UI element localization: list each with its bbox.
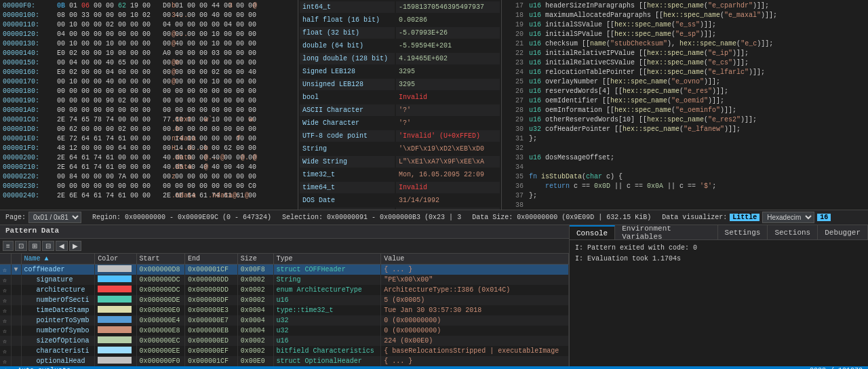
- code-row: 33 u16 dosMessageOffset;: [502, 153, 868, 163]
- tab-debugger[interactable]: Debugger: [818, 225, 868, 239]
- code-row: 37 };: [502, 191, 868, 201]
- info-row: DOS Time 03:14:62: [300, 208, 500, 210]
- col-name[interactable]: Name ▲: [21, 254, 95, 265]
- pattern-toolbar-btn-5[interactable]: ◀: [56, 241, 68, 251]
- end-cell: 0x000000EB: [185, 326, 238, 336]
- star-cell[interactable]: ☆: [0, 265, 11, 275]
- table-row: ☆ pointerToSymb 0x000000E4 0x000000E7 0x…: [0, 315, 569, 326]
- pattern-toolbar-btn-2[interactable]: ⊡: [15, 241, 27, 251]
- type-cell: struct OptionalHeader: [273, 356, 381, 366]
- start-cell: 0x000000EC: [136, 336, 185, 346]
- expand-cell[interactable]: [11, 326, 21, 336]
- start-cell: 0x000000F0: [136, 356, 185, 366]
- type-cell: enum ArchitectureType: [273, 285, 381, 295]
- hex-row: 00000140: E0 02 00 00 10 00 00 00 A0 00 …: [0, 49, 298, 58]
- code-row: 21 u16 checksum [[name("stubChecksum"), …: [502, 39, 868, 49]
- col-size[interactable]: Size: [237, 254, 273, 265]
- info-row: time32_t Mon, 16.05.2095 22:09: [300, 169, 500, 180]
- expand-cell[interactable]: [11, 336, 21, 346]
- visualizer-info: Data visualizer: Little Hexadecim 16: [662, 212, 831, 223]
- end-cell: 0x000001CF: [185, 265, 238, 275]
- info-row: double (64 bit) -5.59594E+201: [300, 40, 500, 52]
- tab-settings[interactable]: Settings: [718, 225, 768, 239]
- col-type[interactable]: Type: [273, 254, 381, 265]
- color-cell: [95, 285, 136, 295]
- hex-row: 00000160: E0 02 00 00 04 00 00 00 00 00 …: [0, 68, 298, 77]
- end-cell: 0x000000DD: [185, 275, 238, 285]
- expand-cell[interactable]: [11, 346, 21, 356]
- visualizer-tag: Little: [730, 214, 760, 221]
- star-cell[interactable]: ☆: [0, 315, 11, 326]
- expand-cell[interactable]: [11, 275, 21, 285]
- tab-console[interactable]: Console: [570, 225, 615, 239]
- play-button[interactable]: ▶: [5, 366, 9, 369]
- star-cell[interactable]: ☆: [0, 275, 11, 285]
- start-cell: 0x000000DC: [136, 275, 185, 285]
- auto-evaluate-label: Auto evaluate: [18, 367, 71, 370]
- hex-row: 000001A0: 00 00 00 00 00 00 00 00 00 00 …: [0, 106, 298, 115]
- star-cell[interactable]: ☆: [0, 326, 11, 336]
- star-cell[interactable]: ☆: [0, 336, 11, 346]
- expand-cell[interactable]: [11, 356, 21, 366]
- region-info: Region: 0x00000000 - 0x0009E09C (0 - 647…: [92, 214, 271, 221]
- type-cell: u32: [273, 326, 381, 336]
- code-row: 34: [502, 163, 868, 172]
- hex-panel: 00000F0: 0B 01 06 00 00 62 19 00 D0 01 0…: [0, 0, 298, 210]
- end-cell: 0x000001CF: [185, 356, 238, 366]
- code-row: 20 u16 initialSPValue [[hex::spec_name("…: [502, 30, 868, 39]
- code-row: 38: [502, 201, 868, 210]
- code-row: 22 u16 initialRelativeIPValue [[hex::spe…: [502, 49, 868, 58]
- col-start[interactable]: Start: [136, 254, 185, 265]
- expand-cell[interactable]: [11, 315, 21, 326]
- color-cell: [95, 275, 136, 285]
- code-row: 25 u16 overlayNumber [[hex::spec_name("e…: [502, 77, 868, 87]
- star-cell[interactable]: ☆: [0, 305, 11, 315]
- star-cell[interactable]: ☆: [0, 295, 11, 305]
- page-select[interactable]: 0x01 / 0x81: [28, 212, 81, 223]
- hex-row: 000001D0: 00 62 00 00 00 02 00 00 00 00 …: [0, 125, 298, 134]
- start-cell: 0x000000D8: [136, 265, 185, 275]
- end-cell: 0x000000E3: [185, 305, 238, 315]
- name-cell: numberOfSecti: [21, 295, 95, 305]
- hex-row: 00000210: 2E 64 61 74 61 00 00 00 40 05 …: [0, 163, 298, 172]
- expand-cell[interactable]: [11, 305, 21, 315]
- main-area: 00000F0: 0B 01 06 00 00 62 19 00 D0 01 0…: [0, 0, 868, 210]
- info-row: String '\xDF\x19\xD2\xEB\xD0: [300, 143, 500, 155]
- name-cell: timeDateStamp: [21, 305, 95, 315]
- value-cell: 0 (0x00000000): [381, 315, 569, 326]
- expand-cell[interactable]: [11, 295, 21, 305]
- name-cell: sizeOfOptiona: [21, 336, 95, 346]
- pattern-toolbar-btn-6[interactable]: ▶: [69, 241, 81, 251]
- star-cell[interactable]: ☆: [0, 285, 11, 295]
- expand-cell[interactable]: ▼: [11, 265, 21, 275]
- col-end[interactable]: End: [185, 254, 238, 265]
- table-row: ☆ characteristi 0x000000EE 0x000000EF 0x…: [0, 346, 569, 356]
- expand-cell[interactable]: [11, 285, 21, 295]
- info-row: time64_t Invalid: [300, 182, 500, 193]
- visualizer-type-select[interactable]: Hexadecim: [762, 212, 814, 223]
- datasize-info: Data Size: 0x00000000 (0x9E09D | 632.15 …: [472, 214, 651, 221]
- pattern-panel: Pattern Data ≡ ⊡ ⊞ ⊟ ◀ ▶ Name ▲ Color St…: [0, 225, 570, 366]
- end-cell: 0x000000ED: [185, 336, 238, 346]
- pattern-toolbar-btn-4[interactable]: ⊟: [42, 241, 54, 251]
- pattern-toolbar-btn-1[interactable]: ≡: [3, 241, 14, 251]
- col-value[interactable]: Value: [381, 254, 569, 265]
- console-panel: Console Environment Variables Settings S…: [570, 225, 868, 366]
- table-row: ☆ optionalHead 0x000000F0 0x000001CF 0x0…: [0, 356, 569, 366]
- hex-row: 000001E0: 6E 72 64 61 74 61 00 00 00 14 …: [0, 134, 298, 144]
- end-cell: 0x000000DD: [185, 285, 238, 295]
- color-cell: [95, 295, 136, 305]
- pattern-toolbar-btn-3[interactable]: ⊞: [28, 241, 41, 251]
- tab-sections[interactable]: Sections: [768, 225, 818, 239]
- col-color: Color: [95, 254, 136, 265]
- color-cell: [95, 356, 136, 366]
- value-cell: { baseRelocationsStripped | executableIm…: [381, 346, 569, 356]
- table-row: ☆ architecture 0x000000DC 0x000000DD 0x0…: [0, 285, 569, 295]
- start-cell: 0x000000EE: [136, 346, 185, 356]
- star-cell[interactable]: ☆: [0, 356, 11, 366]
- table-row: ☆ numberOfSecti 0x000000DE 0x000000DF 0x…: [0, 295, 569, 305]
- tab-env-vars[interactable]: Environment Variables: [615, 225, 717, 239]
- hex-row: 00000220: 00 84 00 00 00 7A 00 00 00 00 …: [0, 172, 298, 182]
- star-cell[interactable]: ☆: [0, 346, 11, 356]
- info-row: int64_t -15981370546395497937: [300, 1, 500, 13]
